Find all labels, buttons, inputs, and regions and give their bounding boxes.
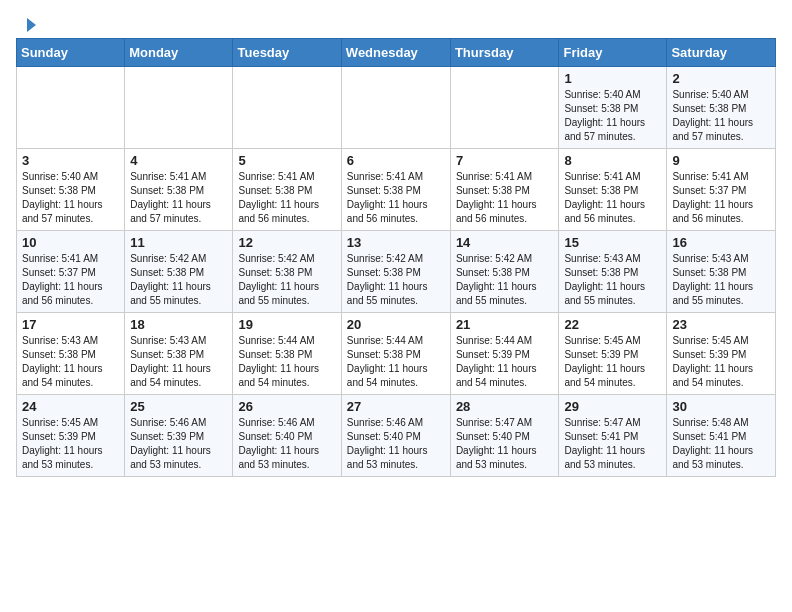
calendar-cell: 21Sunrise: 5:44 AM Sunset: 5:39 PM Dayli… [450,313,559,395]
day-number: 10 [22,235,119,250]
day-number: 5 [238,153,335,168]
calendar-cell [341,67,450,149]
day-number: 6 [347,153,445,168]
calendar-week-row: 3Sunrise: 5:40 AM Sunset: 5:38 PM Daylig… [17,149,776,231]
calendar-cell: 1Sunrise: 5:40 AM Sunset: 5:38 PM Daylig… [559,67,667,149]
calendar-cell: 18Sunrise: 5:43 AM Sunset: 5:38 PM Dayli… [125,313,233,395]
calendar-cell: 29Sunrise: 5:47 AM Sunset: 5:41 PM Dayli… [559,395,667,477]
calendar-cell: 2Sunrise: 5:40 AM Sunset: 5:38 PM Daylig… [667,67,776,149]
calendar-cell [125,67,233,149]
day-info: Sunrise: 5:46 AM Sunset: 5:40 PM Dayligh… [347,416,445,472]
calendar-cell: 23Sunrise: 5:45 AM Sunset: 5:39 PM Dayli… [667,313,776,395]
day-number: 29 [564,399,661,414]
calendar-cell: 27Sunrise: 5:46 AM Sunset: 5:40 PM Dayli… [341,395,450,477]
calendar-cell [17,67,125,149]
col-header-friday: Friday [559,39,667,67]
day-number: 23 [672,317,770,332]
day-info: Sunrise: 5:42 AM Sunset: 5:38 PM Dayligh… [238,252,335,308]
day-info: Sunrise: 5:40 AM Sunset: 5:38 PM Dayligh… [564,88,661,144]
calendar-week-row: 17Sunrise: 5:43 AM Sunset: 5:38 PM Dayli… [17,313,776,395]
calendar-cell: 26Sunrise: 5:46 AM Sunset: 5:40 PM Dayli… [233,395,341,477]
day-info: Sunrise: 5:45 AM Sunset: 5:39 PM Dayligh… [672,334,770,390]
calendar-week-row: 1Sunrise: 5:40 AM Sunset: 5:38 PM Daylig… [17,67,776,149]
logo [16,16,36,30]
calendar-cell: 15Sunrise: 5:43 AM Sunset: 5:38 PM Dayli… [559,231,667,313]
calendar-cell: 14Sunrise: 5:42 AM Sunset: 5:38 PM Dayli… [450,231,559,313]
col-header-monday: Monday [125,39,233,67]
col-header-thursday: Thursday [450,39,559,67]
day-number: 7 [456,153,554,168]
day-info: Sunrise: 5:47 AM Sunset: 5:40 PM Dayligh… [456,416,554,472]
day-number: 3 [22,153,119,168]
day-info: Sunrise: 5:43 AM Sunset: 5:38 PM Dayligh… [672,252,770,308]
col-header-tuesday: Tuesday [233,39,341,67]
calendar-cell: 17Sunrise: 5:43 AM Sunset: 5:38 PM Dayli… [17,313,125,395]
day-info: Sunrise: 5:46 AM Sunset: 5:40 PM Dayligh… [238,416,335,472]
day-info: Sunrise: 5:44 AM Sunset: 5:38 PM Dayligh… [347,334,445,390]
day-number: 2 [672,71,770,86]
calendar-cell: 12Sunrise: 5:42 AM Sunset: 5:38 PM Dayli… [233,231,341,313]
day-info: Sunrise: 5:46 AM Sunset: 5:39 PM Dayligh… [130,416,227,472]
day-info: Sunrise: 5:41 AM Sunset: 5:38 PM Dayligh… [347,170,445,226]
day-info: Sunrise: 5:44 AM Sunset: 5:38 PM Dayligh… [238,334,335,390]
svg-marker-0 [27,18,36,32]
day-number: 18 [130,317,227,332]
day-number: 12 [238,235,335,250]
col-header-sunday: Sunday [17,39,125,67]
day-info: Sunrise: 5:41 AM Sunset: 5:37 PM Dayligh… [672,170,770,226]
calendar-table: SundayMondayTuesdayWednesdayThursdayFrid… [16,38,776,477]
day-info: Sunrise: 5:40 AM Sunset: 5:38 PM Dayligh… [22,170,119,226]
day-number: 24 [22,399,119,414]
day-info: Sunrise: 5:48 AM Sunset: 5:41 PM Dayligh… [672,416,770,472]
calendar-cell: 11Sunrise: 5:42 AM Sunset: 5:38 PM Dayli… [125,231,233,313]
day-info: Sunrise: 5:41 AM Sunset: 5:37 PM Dayligh… [22,252,119,308]
day-number: 15 [564,235,661,250]
day-number: 25 [130,399,227,414]
calendar-cell [450,67,559,149]
calendar-cell: 25Sunrise: 5:46 AM Sunset: 5:39 PM Dayli… [125,395,233,477]
day-number: 4 [130,153,227,168]
calendar-cell: 16Sunrise: 5:43 AM Sunset: 5:38 PM Dayli… [667,231,776,313]
day-info: Sunrise: 5:40 AM Sunset: 5:38 PM Dayligh… [672,88,770,144]
calendar-cell: 24Sunrise: 5:45 AM Sunset: 5:39 PM Dayli… [17,395,125,477]
calendar-cell: 19Sunrise: 5:44 AM Sunset: 5:38 PM Dayli… [233,313,341,395]
col-header-saturday: Saturday [667,39,776,67]
calendar-cell: 20Sunrise: 5:44 AM Sunset: 5:38 PM Dayli… [341,313,450,395]
day-number: 27 [347,399,445,414]
day-number: 21 [456,317,554,332]
day-info: Sunrise: 5:41 AM Sunset: 5:38 PM Dayligh… [130,170,227,226]
day-info: Sunrise: 5:42 AM Sunset: 5:38 PM Dayligh… [456,252,554,308]
calendar-cell: 10Sunrise: 5:41 AM Sunset: 5:37 PM Dayli… [17,231,125,313]
day-number: 28 [456,399,554,414]
day-number: 26 [238,399,335,414]
calendar-cell: 8Sunrise: 5:41 AM Sunset: 5:38 PM Daylig… [559,149,667,231]
calendar-cell: 4Sunrise: 5:41 AM Sunset: 5:38 PM Daylig… [125,149,233,231]
calendar-week-row: 10Sunrise: 5:41 AM Sunset: 5:37 PM Dayli… [17,231,776,313]
day-number: 16 [672,235,770,250]
day-info: Sunrise: 5:43 AM Sunset: 5:38 PM Dayligh… [22,334,119,390]
calendar-week-row: 24Sunrise: 5:45 AM Sunset: 5:39 PM Dayli… [17,395,776,477]
day-number: 30 [672,399,770,414]
day-number: 20 [347,317,445,332]
day-number: 13 [347,235,445,250]
day-info: Sunrise: 5:44 AM Sunset: 5:39 PM Dayligh… [456,334,554,390]
day-number: 11 [130,235,227,250]
day-number: 17 [22,317,119,332]
calendar-cell: 5Sunrise: 5:41 AM Sunset: 5:38 PM Daylig… [233,149,341,231]
day-info: Sunrise: 5:42 AM Sunset: 5:38 PM Dayligh… [347,252,445,308]
day-info: Sunrise: 5:43 AM Sunset: 5:38 PM Dayligh… [130,334,227,390]
calendar-cell: 6Sunrise: 5:41 AM Sunset: 5:38 PM Daylig… [341,149,450,231]
logo-flag-icon [18,16,36,34]
calendar-header-row: SundayMondayTuesdayWednesdayThursdayFrid… [17,39,776,67]
day-info: Sunrise: 5:41 AM Sunset: 5:38 PM Dayligh… [564,170,661,226]
day-info: Sunrise: 5:47 AM Sunset: 5:41 PM Dayligh… [564,416,661,472]
col-header-wednesday: Wednesday [341,39,450,67]
day-number: 1 [564,71,661,86]
calendar-cell: 7Sunrise: 5:41 AM Sunset: 5:38 PM Daylig… [450,149,559,231]
day-info: Sunrise: 5:42 AM Sunset: 5:38 PM Dayligh… [130,252,227,308]
day-info: Sunrise: 5:45 AM Sunset: 5:39 PM Dayligh… [564,334,661,390]
calendar-cell: 22Sunrise: 5:45 AM Sunset: 5:39 PM Dayli… [559,313,667,395]
day-number: 9 [672,153,770,168]
calendar-cell: 9Sunrise: 5:41 AM Sunset: 5:37 PM Daylig… [667,149,776,231]
day-info: Sunrise: 5:41 AM Sunset: 5:38 PM Dayligh… [238,170,335,226]
